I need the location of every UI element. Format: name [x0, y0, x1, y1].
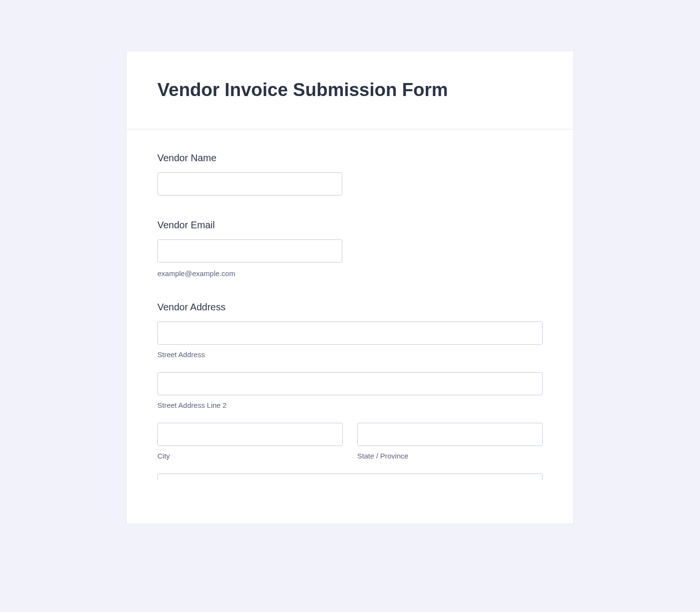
state-input[interactable]: [357, 423, 543, 446]
postal-row-partial: [157, 473, 543, 480]
street-address-2-row: Street Address Line 2: [157, 372, 543, 409]
city-col: City: [157, 423, 343, 460]
state-sublabel: State / Province: [357, 452, 543, 460]
vendor-name-label: Vendor Name: [157, 153, 543, 164]
city-sublabel: City: [157, 452, 343, 460]
street-address-2-sublabel: Street Address Line 2: [157, 401, 543, 409]
street-address-input[interactable]: [157, 321, 543, 345]
form-header: Vendor Invoice Submission Form: [126, 51, 574, 129]
vendor-email-input[interactable]: [157, 239, 342, 263]
vendor-email-label: Vendor Email: [157, 220, 543, 231]
vendor-name-input[interactable]: [157, 172, 342, 195]
form-title: Vendor Invoice Submission Form: [157, 78, 543, 102]
street-address-sublabel: Street Address: [157, 350, 543, 359]
postal-input-partial[interactable]: [157, 473, 543, 480]
street-address-row: Street Address: [157, 321, 543, 359]
state-col: State / Province: [357, 423, 543, 460]
vendor-address-label: Vendor Address: [157, 302, 543, 313]
vendor-name-group: Vendor Name: [157, 153, 543, 195]
city-input[interactable]: [157, 423, 343, 446]
street-address-2-input[interactable]: [157, 372, 543, 395]
vendor-address-group: Vendor Address Street Address Street Add…: [157, 302, 543, 480]
city-state-row: City State / Province: [157, 423, 543, 460]
form-container: Vendor Invoice Submission Form Vendor Na…: [126, 51, 574, 524]
form-body: Vendor Name Vendor Email example@example…: [126, 129, 574, 524]
vendor-email-helper: example@example.com: [157, 269, 543, 278]
vendor-email-group: Vendor Email example@example.com: [157, 220, 543, 278]
